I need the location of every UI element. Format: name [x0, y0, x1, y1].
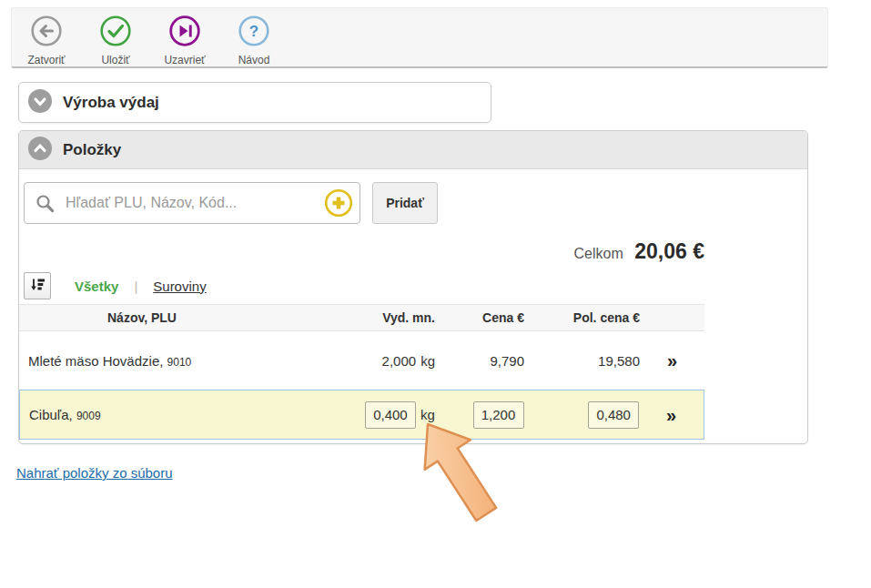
- toolbar: Zatvoriť Uložiť Uzavrieť: [11, 7, 828, 68]
- table-header-row: Názov, PLU Vyd. mn. Cena € Pol. cena €: [19, 304, 704, 331]
- item-unit: kg: [420, 353, 435, 369]
- search-icon: [35, 194, 55, 213]
- item-price: 9,790: [435, 353, 524, 369]
- production-issue-screen: Zatvoriť Uložiť Uzavrieť: [0, 0, 871, 588]
- item-plu: 9009: [76, 410, 101, 422]
- item-name: Mleté mäso Hovädzie, 9010: [19, 353, 319, 369]
- save-check-icon: [99, 15, 132, 51]
- sort-button[interactable]: [24, 272, 51, 299]
- search-row: Pridať: [24, 182, 807, 224]
- finalize-icon: [168, 15, 201, 51]
- finalize-button[interactable]: Uzavrieť: [150, 15, 219, 66]
- row-expand-chevron[interactable]: »: [667, 350, 677, 370]
- header-qty: Vyd. mn.: [319, 310, 435, 325]
- total-value: 20,06 €: [634, 239, 704, 263]
- finalize-label: Uzavrieť: [164, 54, 205, 66]
- header-price: Cena €: [435, 310, 524, 325]
- item-total: [524, 401, 640, 429]
- table-row-highlighted[interactable]: Cibuľa, 9009 kg »: [19, 390, 704, 440]
- filter-all[interactable]: Všetky: [75, 279, 118, 294]
- total-input[interactable]: [588, 401, 639, 429]
- section-title-vyroba: Výroba výdaj: [63, 94, 159, 112]
- search-input[interactable]: [64, 194, 360, 212]
- item-total: 19,580: [524, 353, 640, 369]
- chevron-down-icon: [28, 89, 52, 117]
- price-input[interactable]: [473, 401, 524, 429]
- sort-descending-icon: [29, 277, 46, 296]
- items-panel-body: Pridať Celkom 20,06 €: [19, 182, 807, 440]
- items-panel: Položky: [18, 130, 808, 444]
- section-title-polozky: Položky: [63, 141, 121, 159]
- save-button[interactable]: Uložiť: [81, 15, 150, 66]
- item-name: Cibuľa, 9009: [20, 407, 319, 422]
- add-item-button[interactable]: Pridať: [372, 182, 438, 224]
- svg-text:?: ?: [249, 23, 258, 40]
- section-vyroba-vydaj[interactable]: Výroba výdaj: [18, 82, 491, 123]
- save-label: Uložiť: [101, 54, 129, 66]
- back-icon: [30, 15, 63, 51]
- row-expand-chevron[interactable]: »: [666, 405, 676, 425]
- chevron-up-icon: [28, 137, 52, 164]
- add-plus-button[interactable]: [324, 188, 353, 218]
- item-qty: kg: [319, 401, 435, 429]
- total-label: Celkom: [574, 246, 623, 261]
- header-name: Názov, PLU: [19, 310, 319, 325]
- item-price: [435, 401, 524, 429]
- item-qty: 2,000kg: [319, 353, 435, 369]
- total-row: Celkom 20,06 €: [19, 235, 704, 268]
- items-table: Názov, PLU Vyd. mn. Cena € Pol. cena € M…: [19, 304, 704, 440]
- help-icon: ?: [238, 15, 270, 51]
- upload-items-link[interactable]: Nahrať položky zo súboru: [16, 465, 173, 481]
- close-label: Zatvoriť: [27, 54, 65, 66]
- help-button[interactable]: ? Návod: [219, 15, 289, 66]
- help-label: Návod: [238, 54, 270, 66]
- filter-row: Všetky | Suroviny: [24, 271, 807, 300]
- section-polozky-header[interactable]: Položky: [19, 131, 807, 169]
- item-plu: 9010: [167, 356, 192, 369]
- search-box: [24, 182, 360, 224]
- plus-icon: [324, 188, 353, 218]
- filter-divider: |: [134, 279, 137, 294]
- table-row[interactable]: Mleté mäso Hovädzie, 9010 2,000kg 9,790 …: [19, 331, 704, 390]
- filter-suroviny[interactable]: Suroviny: [153, 279, 206, 294]
- close-button[interactable]: Zatvoriť: [12, 15, 81, 66]
- item-unit: kg: [420, 407, 435, 422]
- qty-input[interactable]: [365, 401, 416, 429]
- header-total: Pol. cena €: [524, 310, 640, 325]
